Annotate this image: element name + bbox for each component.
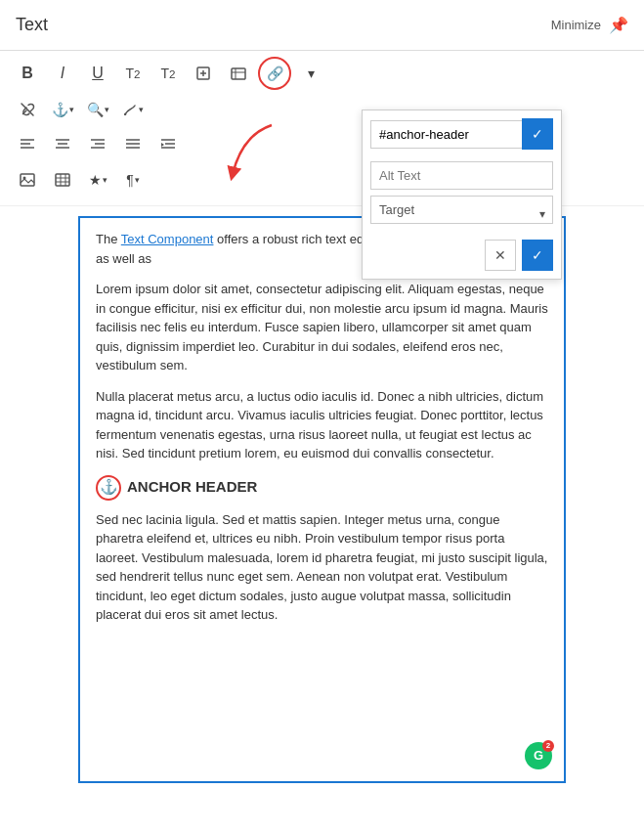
star-button[interactable]: ★ [82,164,113,196]
link-popup-actions: ✕ ✓ [370,240,553,271]
justify-button[interactable] [117,129,149,160]
minimize-button[interactable]: Minimize [551,18,601,32]
table-button[interactable] [47,164,78,196]
body-paragraph-2: Nulla placerat metus arcu, a luctus odio… [96,387,548,463]
italic-button[interactable]: I [47,58,78,89]
svg-rect-19 [56,174,69,186]
image-button[interactable] [12,164,43,196]
align-left-button[interactable] [12,129,43,160]
grammarly-letter: G [534,746,543,766]
link-target-wrapper: Target _blank _self _parent _top [370,196,553,232]
svg-rect-1 [232,68,245,79]
toolbar: B I U T2 T2 🔗 ▾ [0,51,644,206]
link-anchor-check-button[interactable]: ✓ [522,118,553,150]
special-char-button[interactable] [223,58,254,89]
align-right-button[interactable] [82,129,113,160]
toolbar-row-1: B I U T2 T2 🔗 ▾ [12,57,632,90]
paragraph-button[interactable]: ¶ [117,164,149,196]
link-dropdown-button[interactable]: ▾ [295,58,326,89]
pin-icon: 📌 [609,16,628,34]
underline-button[interactable]: U [82,58,113,89]
svg-rect-17 [21,174,34,186]
link-button[interactable]: 🔗 [258,57,291,90]
link-confirm-button[interactable]: ✓ [522,240,553,271]
search-button[interactable]: 🔍 [82,94,113,125]
anchor-heading: ⚓ ANCHOR HEADER [96,475,548,501]
link-alt-input[interactable] [370,161,553,190]
anchor-circle-icon: ⚓ [96,475,121,501]
header-actions: Minimize 📌 [551,16,628,34]
subscript-button[interactable]: T2 [117,58,149,89]
grammarly-badge[interactable]: G [525,742,552,769]
page-title: Text [16,15,48,35]
superscript-button[interactable]: T2 [152,58,184,89]
align-center-button[interactable] [47,129,78,160]
link-cancel-button[interactable]: ✕ [485,240,516,271]
link-target-select[interactable]: Target _blank _self _parent _top [370,196,553,224]
link-popup-anchor-row: ✓ [370,118,553,150]
bold-button[interactable]: B [12,58,43,89]
unlink-button[interactable] [12,94,43,125]
text-component-link[interactable]: Text Component [121,232,214,246]
link-popup: ✓ Target _blank _self _parent _top ✕ ✓ [362,110,562,280]
clear-format-button[interactable] [188,58,219,89]
header: Text Minimize 📌 [0,0,644,51]
body-paragraph-3: Sed nec lacinia ligula. Sed et mattis sa… [96,510,548,625]
anchor-heading-text: ANCHOR HEADER [127,476,257,499]
intro-text-before: The [96,232,121,246]
anchor-symbol: ⚓ [100,476,118,499]
indent-button[interactable] [152,129,184,160]
draw-button[interactable] [117,94,149,125]
body-paragraph-1: Lorem ipsum dolor sit amet, consectetur … [96,280,548,375]
content-area[interactable]: The Text Component offers a robust rich … [78,216,566,783]
anchor-button[interactable]: ⚓ [47,94,78,125]
link-anchor-input[interactable] [370,120,522,149]
